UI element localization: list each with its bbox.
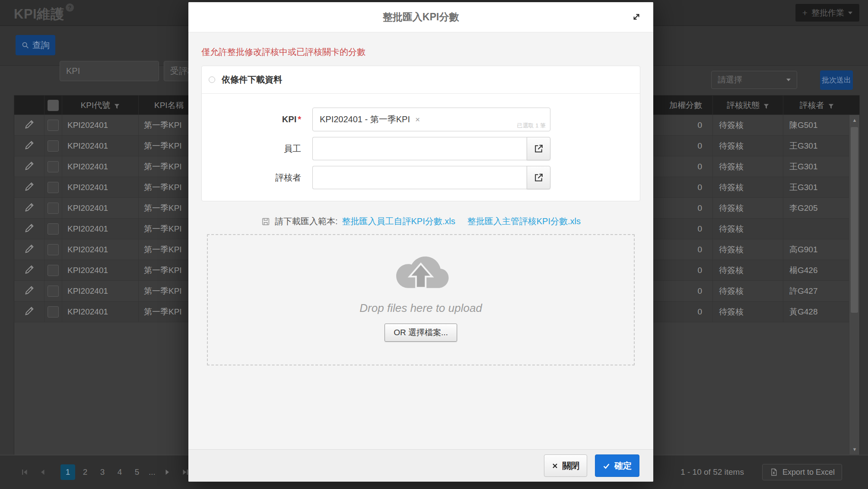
employee-field-label: 員工 <box>202 143 312 155</box>
batch-import-kpi-modal: 整批匯入KPI分數 僅允許整批修改評核中或已評核關卡的分數 依條件下載資料 KP… <box>188 2 653 482</box>
panel-form: KPI* KPI202401 - 第一季KPI × 已選取 1 筆 員工 <box>202 94 640 201</box>
pencil-icon <box>24 285 35 295</box>
download-by-condition-panel: 依條件下載資料 KPI* KPI202401 - 第一季KPI × 已選取 1 … <box>201 66 640 201</box>
cell-review-status: 待簽核 <box>713 198 783 218</box>
query-button[interactable]: 查詢 <box>16 35 55 55</box>
column-header-reviewer[interactable]: 評核者 <box>783 95 850 115</box>
cell-kpi-code: KPI202401 <box>62 239 139 260</box>
filter-icon[interactable] <box>763 104 769 109</box>
next-page-button[interactable] <box>160 464 175 480</box>
select-all-checkbox[interactable] <box>48 100 59 111</box>
edit-row-button[interactable] <box>23 140 36 152</box>
scrollbar-down-arrow[interactable]: ▼ <box>849 444 860 454</box>
expand-modal-button[interactable] <box>631 12 642 23</box>
cloud-upload-icon <box>388 251 453 296</box>
download-condition-radio[interactable] <box>209 76 215 83</box>
column-header-checkbox <box>45 95 62 115</box>
scrollbar-thumb[interactable] <box>851 127 858 313</box>
reviewer-field-label: 評核者 <box>202 172 312 184</box>
cell-weighted-score: 0 <box>644 177 713 197</box>
previous-page-button[interactable] <box>35 464 50 480</box>
row-checkbox[interactable] <box>48 203 59 214</box>
panel-title[interactable]: 依條件下載資料 <box>222 74 282 86</box>
self-review-template-link[interactable]: 整批匯入員工自評KPI分數.xls <box>342 216 455 227</box>
batch-submit-button[interactable]: 批次送出 <box>820 70 853 90</box>
cell-review-status: 待簽核 <box>713 115 783 135</box>
row-checkbox[interactable] <box>48 306 59 318</box>
row-checkbox[interactable] <box>48 223 59 235</box>
cell-kpi-code: KPI202401 <box>62 302 139 322</box>
modal-title: 整批匯入KPI分數 <box>383 10 459 24</box>
cell-weighted-score: 0 <box>644 156 713 177</box>
edit-row-button[interactable] <box>23 222 36 235</box>
kpi-selected-tag: KPI202401 - 第一季KPI <box>320 114 410 125</box>
column-header-label: 評核者 <box>800 100 824 111</box>
kpi-search-input[interactable] <box>60 61 159 81</box>
remove-tag-icon[interactable]: × <box>415 115 420 124</box>
chevron-down-icon <box>786 79 791 81</box>
pager-info: 1 - 10 of 52 items <box>680 467 744 477</box>
column-header-kpi-code[interactable]: KPI代號 <box>62 95 139 115</box>
close-button[interactable]: 關閉 <box>544 454 587 477</box>
cell-reviewer: 李G205 <box>783 198 850 218</box>
page-button-5[interactable]: 5 <box>130 464 144 480</box>
column-header-review-status[interactable]: 評核狀態 <box>713 95 783 115</box>
search-icon <box>22 41 29 49</box>
row-checkbox[interactable] <box>48 286 59 297</box>
cell-reviewer: 王G301 <box>783 136 850 156</box>
edit-row-button[interactable] <box>23 202 36 215</box>
table-scrollbar[interactable]: ▲ ▼ <box>849 115 859 454</box>
edit-row-button[interactable] <box>23 264 36 277</box>
edit-row-button[interactable] <box>23 160 36 173</box>
cell-weighted-score: 0 <box>644 239 713 260</box>
pencil-icon <box>24 202 35 213</box>
cell-review-status: 待簽核 <box>713 136 783 156</box>
row-checkbox[interactable] <box>48 244 59 255</box>
kpi-multiselect[interactable]: KPI202401 - 第一季KPI × 已選取 1 筆 <box>312 108 550 131</box>
row-checkbox[interactable] <box>48 265 59 276</box>
pencil-icon <box>24 140 35 150</box>
filter-icon[interactable] <box>114 104 120 109</box>
filter-icon[interactable] <box>828 104 834 109</box>
batch-operations-button[interactable]: + 整批作業 <box>795 3 860 22</box>
close-label: 關閉 <box>563 460 580 472</box>
app-root: KPI維護 ? + 整批作業 查詢 請選擇 批次送出 <box>0 0 868 489</box>
row-checkbox[interactable] <box>48 140 59 152</box>
scrollbar-up-arrow[interactable]: ▲ <box>849 115 860 125</box>
page-button-4[interactable]: 4 <box>112 464 127 480</box>
select-files-button[interactable]: OR 選擇檔案... <box>385 324 457 342</box>
page-button-1[interactable]: 1 <box>60 464 75 480</box>
manager-review-template-link[interactable]: 整批匯入主管評核KPI分數.xls <box>467 216 581 227</box>
pencil-icon <box>24 161 35 171</box>
edit-row-button[interactable] <box>23 285 36 298</box>
warning-text: 僅允許整批修改評核中或已評核關卡的分數 <box>201 46 640 58</box>
bulk-action-select[interactable]: 請選擇 <box>711 71 797 89</box>
row-checkbox[interactable] <box>48 161 59 172</box>
edit-row-button[interactable] <box>23 181 36 194</box>
edit-row-button[interactable] <box>23 305 36 318</box>
edit-row-button[interactable] <box>23 119 36 132</box>
file-dropzone[interactable]: Drop files here to upload OR 選擇檔案... <box>207 234 635 365</box>
page-button-2[interactable]: 2 <box>78 464 92 480</box>
cell-weighted-score: 0 <box>644 260 713 280</box>
reviewer-input[interactable] <box>312 166 527 189</box>
cell-kpi-code: KPI202401 <box>62 260 139 280</box>
employee-input[interactable] <box>312 137 527 160</box>
first-page-button[interactable] <box>17 464 32 480</box>
pencil-icon <box>24 223 35 233</box>
cell-weighted-score: 0 <box>644 115 713 135</box>
employee-picker-button[interactable] <box>527 137 550 160</box>
help-icon[interactable]: ? <box>66 3 74 12</box>
row-checkbox[interactable] <box>48 182 59 193</box>
cell-reviewer: 楊G426 <box>783 260 850 280</box>
row-checkbox[interactable] <box>48 120 59 131</box>
confirm-button[interactable]: 確定 <box>595 454 639 477</box>
column-header-weighted-score[interactable]: 加權分數 <box>644 95 713 115</box>
batch-operations-label: 整批作業 <box>811 7 844 19</box>
page-button-3[interactable]: 3 <box>95 464 110 480</box>
edit-row-button[interactable] <box>23 243 36 256</box>
export-to-excel-button[interactable]: Export to Excel <box>762 464 842 480</box>
cell-review-status: 待簽核 <box>713 177 783 197</box>
kpi-field-label: KPI* <box>202 114 312 124</box>
reviewer-picker-button[interactable] <box>527 166 550 189</box>
